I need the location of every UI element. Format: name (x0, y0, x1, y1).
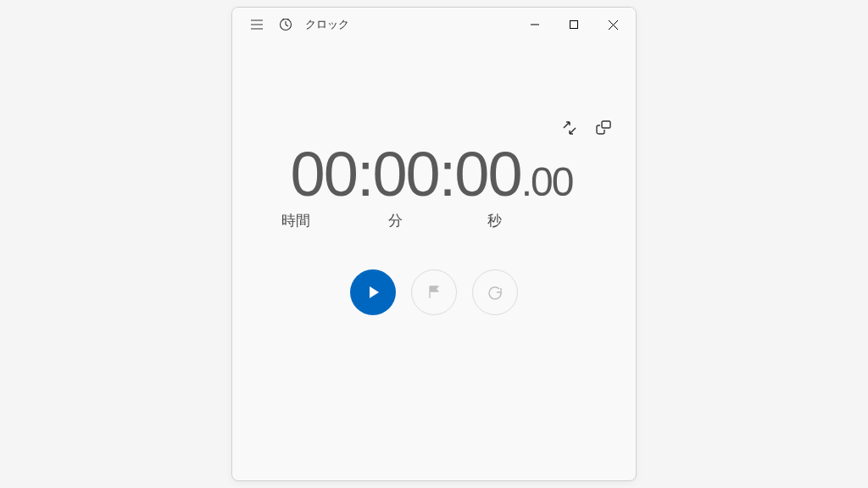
minimize-button[interactable] (515, 8, 554, 42)
compact-overlay-icon (596, 120, 611, 136)
hamburger-icon (250, 18, 264, 31)
flag-icon (426, 284, 442, 301)
close-icon (609, 20, 618, 30)
expand-icon (562, 120, 577, 136)
time-sep: : (357, 143, 373, 206)
svg-rect-12 (602, 121, 610, 128)
time-centiseconds: 00 (531, 162, 572, 202)
controls-row (249, 269, 619, 315)
time-minutes: 00 (372, 143, 438, 206)
time-hours: 00 (291, 143, 357, 206)
titlebar: クロック (232, 8, 636, 42)
label-minutes: 分 (388, 211, 403, 230)
play-icon (364, 284, 381, 301)
app-title: クロック (305, 17, 349, 32)
compact-overlay-button[interactable] (595, 119, 612, 136)
app-icon (278, 17, 293, 32)
reset-button[interactable] (472, 269, 518, 315)
content-area: 00 : 00 : 00 . 00 時間 分 秒 (232, 42, 636, 480)
maximize-icon (570, 20, 578, 29)
start-button[interactable] (350, 269, 396, 315)
menu-button[interactable] (242, 10, 271, 39)
reset-icon (487, 284, 504, 301)
time-sep: : (439, 143, 455, 206)
label-seconds: 秒 (487, 211, 502, 230)
time-seconds: 00 (454, 143, 520, 206)
app-window: クロック (231, 7, 637, 481)
minimize-icon (531, 20, 539, 29)
svg-rect-9 (570, 21, 578, 29)
svg-line-5 (286, 25, 288, 26)
close-button[interactable] (593, 8, 632, 42)
time-labels: 時間 分 秒 (249, 211, 619, 230)
time-dot: . (521, 162, 531, 202)
maximize-button[interactable] (554, 8, 593, 42)
label-hours: 時間 (281, 211, 310, 230)
time-display: 00 : 00 : 00 . 00 (244, 143, 619, 206)
lap-button[interactable] (411, 269, 457, 315)
expand-button[interactable] (561, 119, 578, 136)
